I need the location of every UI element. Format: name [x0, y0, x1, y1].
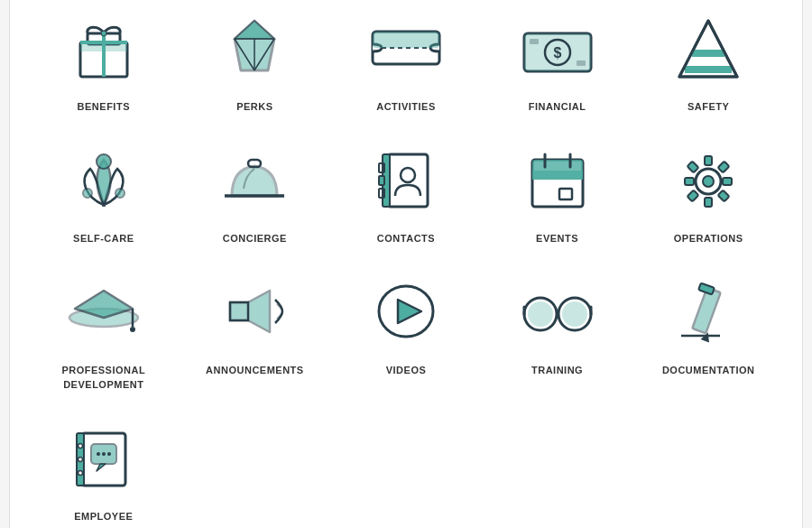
- prodev-icon: [59, 271, 149, 352]
- training-icon: [512, 271, 603, 352]
- training-label: TRAINING: [531, 365, 583, 375]
- perks-icon: [209, 7, 300, 88]
- employee-icon: [59, 417, 149, 498]
- svg-rect-48: [687, 161, 699, 172]
- benefits-label: BENEFITS: [78, 101, 130, 112]
- activities-label: ACTIVITIES: [376, 101, 436, 112]
- safety-label: SAFETY: [687, 101, 729, 112]
- concierge-item[interactable]: CONCIERGE: [180, 130, 331, 253]
- prodev-label: PROFESSIONAL: [61, 365, 145, 375]
- videos-label: VIDEOS: [386, 365, 427, 375]
- svg-rect-69: [698, 283, 715, 294]
- svg-rect-50: [687, 190, 699, 201]
- financial-icon: $: [512, 7, 603, 88]
- events-icon: [512, 139, 603, 220]
- operations-item[interactable]: OPERATIONS: [632, 130, 784, 253]
- svg-marker-56: [230, 291, 270, 332]
- documentation-icon: [663, 271, 753, 352]
- svg-point-27: [115, 189, 125, 198]
- safety-icon: [663, 7, 753, 88]
- videos-item[interactable]: VIDEOS: [330, 262, 482, 399]
- selfcare-icon: [59, 139, 149, 220]
- svg-point-65: [528, 301, 553, 327]
- svg-point-79: [102, 452, 106, 456]
- svg-rect-67: [692, 287, 720, 333]
- svg-rect-49: [718, 161, 730, 172]
- prodev-label2: DEVELOPMENT: [61, 379, 145, 390]
- main-grid: BENEFITS PERKS: [9, 0, 803, 528]
- operations-icon: [663, 139, 753, 220]
- announcements-item[interactable]: ANNOUNCEMENTS: [180, 262, 331, 399]
- financial-label: FINANCIAL: [529, 101, 586, 112]
- benefits-item[interactable]: BENEFITS: [28, 0, 180, 121]
- employee-item[interactable]: EMPLOYEE: [28, 408, 180, 529]
- svg-point-55: [130, 327, 135, 332]
- training-item[interactable]: TRAINING: [482, 262, 633, 399]
- concierge-label: CONCIERGE: [223, 233, 287, 244]
- svg-rect-46: [685, 178, 694, 185]
- operations-label: OPERATIONS: [674, 233, 743, 244]
- svg-rect-41: [559, 189, 572, 199]
- svg-rect-20: [577, 60, 586, 66]
- svg-marker-59: [398, 300, 421, 323]
- benefits-icon: [59, 7, 149, 88]
- documentation-item[interactable]: DOCUMENTATION: [632, 262, 784, 399]
- svg-rect-33: [379, 176, 384, 185]
- svg-rect-19: [530, 39, 539, 44]
- svg-rect-5: [80, 42, 127, 51]
- svg-point-74: [78, 457, 82, 461]
- svg-point-43: [703, 176, 714, 187]
- perks-item[interactable]: PERKS: [180, 0, 331, 121]
- contacts-item[interactable]: CONTACTS: [330, 130, 482, 253]
- perks-label: PERKS: [236, 101, 272, 112]
- svg-marker-7: [235, 21, 274, 39]
- employee-label: EMPLOYEE: [74, 511, 133, 522]
- events-label: EVENTS: [536, 233, 578, 244]
- contacts-icon: [361, 139, 451, 220]
- svg-text:$: $: [553, 45, 561, 60]
- svg-point-80: [107, 452, 111, 456]
- svg-rect-14: [373, 32, 439, 48]
- svg-rect-30: [388, 154, 428, 207]
- svg-point-73: [78, 443, 82, 448]
- documentation-label: DOCUMENTATION: [662, 365, 755, 375]
- svg-rect-47: [723, 178, 732, 185]
- prodev-item[interactable]: PROFESSIONAL DEVELOPMENT: [28, 262, 180, 399]
- svg-point-78: [97, 452, 100, 456]
- svg-point-26: [83, 189, 92, 198]
- activities-icon: [361, 7, 451, 88]
- contacts-label: CONTACTS: [377, 233, 435, 244]
- concierge-icon: [209, 139, 300, 220]
- announcements-label: ANNOUNCEMENTS: [206, 365, 304, 375]
- selfcare-label: SELF-CARE: [73, 233, 134, 244]
- svg-point-66: [562, 301, 587, 327]
- events-item[interactable]: EVENTS: [482, 130, 633, 253]
- svg-rect-44: [705, 156, 712, 165]
- svg-rect-29: [248, 160, 261, 167]
- selfcare-item[interactable]: SELF-CARE: [28, 130, 180, 253]
- svg-point-25: [97, 154, 111, 169]
- activities-item[interactable]: ACTIVITIES: [330, 0, 482, 121]
- financial-item[interactable]: $ FINANCIAL: [482, 0, 633, 121]
- safety-item[interactable]: SAFETY: [632, 0, 784, 121]
- svg-rect-51: [718, 190, 730, 201]
- svg-marker-77: [97, 464, 106, 471]
- svg-point-4: [101, 31, 106, 36]
- announcements-icon: [209, 271, 300, 352]
- svg-point-75: [78, 470, 82, 475]
- videos-icon: [361, 271, 451, 352]
- svg-rect-45: [705, 198, 712, 207]
- svg-point-35: [401, 168, 415, 182]
- svg-rect-38: [532, 171, 583, 180]
